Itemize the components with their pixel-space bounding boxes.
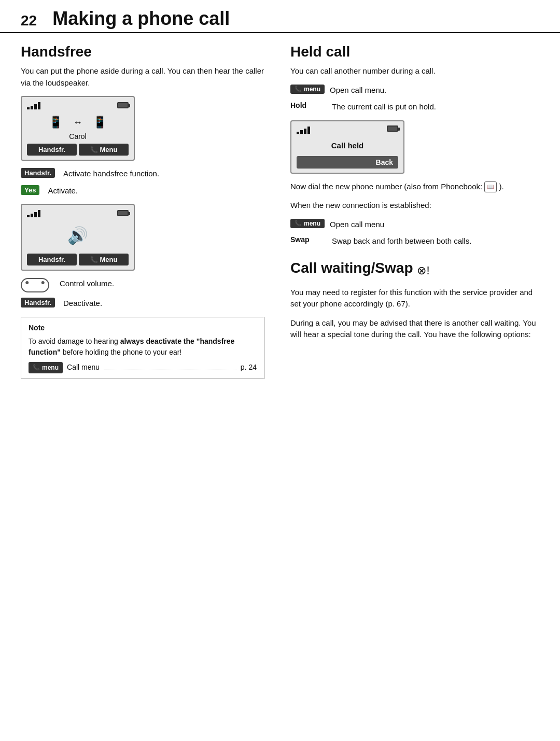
- held-step4: When the new connection is established:: [290, 200, 539, 212]
- handsfr-btn2: 📞 Menu: [79, 144, 129, 156]
- handsfr-activate-desc: Activate handsfree function.: [63, 168, 264, 180]
- main-content: Handsfree You can put the phone aside du…: [0, 44, 560, 379]
- held-step1-row: 📞 menu Open call menu.: [290, 85, 539, 96]
- signal-bars-3: [297, 125, 310, 134]
- held-screen-top: [297, 125, 398, 134]
- toc-ref: 📞 menu Call menu p. 24: [29, 362, 257, 373]
- held-step3: Now dial the new phone number (also from…: [290, 181, 539, 193]
- call-wait-icon: ⊗!: [417, 264, 429, 277]
- toc-dots: [104, 365, 236, 370]
- back-button: Back: [297, 156, 398, 169]
- phone-icon-left: 📱: [49, 116, 63, 129]
- page-number: 22: [21, 13, 37, 28]
- volume-control-icon: [21, 278, 49, 292]
- handsfree-title: Handsfree: [21, 44, 264, 60]
- call-waiting-para1: You may need to register for this functi…: [290, 287, 539, 310]
- note-toc-page: p. 24: [241, 362, 257, 373]
- deactivate-desc: Deactivate.: [63, 298, 264, 310]
- held-menu-label2: menu: [304, 220, 320, 227]
- held-step3-end: ).: [499, 182, 504, 191]
- note-body-text1: To avoid damage to hearing: [29, 337, 120, 345]
- speaker-screen: 🔊: [27, 220, 129, 250]
- held-screen-label: Call held: [297, 137, 398, 154]
- held-menu-badge2: 📞 menu: [290, 219, 325, 228]
- page-title: Making a phone call: [52, 9, 230, 28]
- held-menu-label1: menu: [304, 86, 320, 93]
- hold-key: Hold: [290, 101, 327, 109]
- call-waiting-para2: During a call, you may be advised that t…: [290, 317, 539, 341]
- note-title: Note: [29, 323, 257, 333]
- handsfree-section: Handsfree You can put the phone aside du…: [21, 44, 280, 379]
- handsfree-screen2: 🔊 Handsfr. 📞 Menu: [21, 204, 135, 271]
- call-waiting-section: Call waiting/Swap ⊗! You may need to reg…: [290, 260, 539, 341]
- volume-desc: Control volume.: [60, 278, 264, 290]
- note-body-text2: before holding the phone to your ear!: [61, 348, 182, 356]
- handsfr-btn4: 📞 Menu: [79, 254, 129, 265]
- held-step2-row: Hold The current call is put on hold.: [290, 101, 539, 113]
- held-call-intro: You can call another number during a cal…: [290, 65, 539, 77]
- handsfree-intro: You can put the phone aside during a cal…: [21, 65, 264, 89]
- battery-icon-3: [387, 125, 398, 132]
- held-call-title: Held call: [290, 44, 539, 60]
- screen1-buttons: Handsfr. 📞 Menu: [27, 144, 129, 156]
- arrow-icon: ↔: [73, 117, 82, 128]
- handsfr-btn3: Handsfr.: [27, 254, 77, 265]
- note-body: To avoid damage to hearing always deacti…: [29, 336, 257, 358]
- screen2-buttons: Handsfr. 📞 Menu: [27, 254, 129, 265]
- phonebook-icon: 📖: [484, 181, 497, 192]
- note-box: Note To avoid damage to hearing always d…: [21, 317, 264, 379]
- held-step2-desc: The current call is put on hold.: [332, 101, 539, 113]
- swap-key: Swap: [290, 235, 327, 244]
- volume-row: Control volume.: [21, 278, 264, 292]
- right-section: Held call You can call another number du…: [280, 44, 539, 379]
- note-toc-label: menu: [42, 363, 59, 372]
- phone-icon-right: 📱: [93, 116, 107, 129]
- held-step5-desc: Open call menu: [330, 219, 539, 231]
- signal-bars: [27, 101, 40, 109]
- battery-icon-2: [117, 210, 129, 216]
- deactivate-row: Handsfr. Deactivate.: [21, 298, 264, 310]
- handsfree-screen1: 📱 ↔ 📱 Carol Handsfr. 📞 Menu: [21, 96, 135, 161]
- screen1-contact: Carol: [27, 132, 129, 141]
- held-step6-desc: Swap back and forth between both calls.: [332, 235, 539, 247]
- yes-badge: Yes: [21, 185, 39, 195]
- held-step3-text: Now dial the new phone number (also from…: [290, 182, 482, 191]
- signal-bars-2: [27, 209, 40, 217]
- held-step6-row: Swap Swap back and forth between both ca…: [290, 235, 539, 247]
- battery-icon: [117, 102, 129, 108]
- screen1-center: 📱 ↔ 📱: [27, 113, 129, 132]
- call-waiting-title: Call waiting/Swap: [290, 260, 413, 276]
- held-step1-desc: Open call menu.: [330, 85, 539, 96]
- held-step5-row: 📞 menu Open call menu: [290, 219, 539, 231]
- note-toc-text: Call menu: [67, 362, 100, 373]
- speaker-icon: 🔊: [67, 226, 88, 245]
- page-header: 22 Making a phone call: [0, 0, 560, 33]
- handsfr-btn1: Handsfr.: [27, 144, 77, 156]
- yes-row: Yes Activate.: [21, 185, 264, 197]
- held-call-screen: Call held Back: [290, 120, 404, 174]
- handsfr-activate-row: Handsfr. Activate handsfree function.: [21, 168, 264, 180]
- yes-desc: Activate.: [48, 185, 264, 197]
- held-menu-badge1: 📞 menu: [290, 85, 325, 94]
- handsfr-badge: Handsfr.: [21, 168, 55, 178]
- note-menu-badge: 📞 menu: [29, 362, 63, 373]
- deactivate-badge: Handsfr.: [21, 298, 55, 307]
- held-call-section: Held call You can call another number du…: [290, 44, 539, 247]
